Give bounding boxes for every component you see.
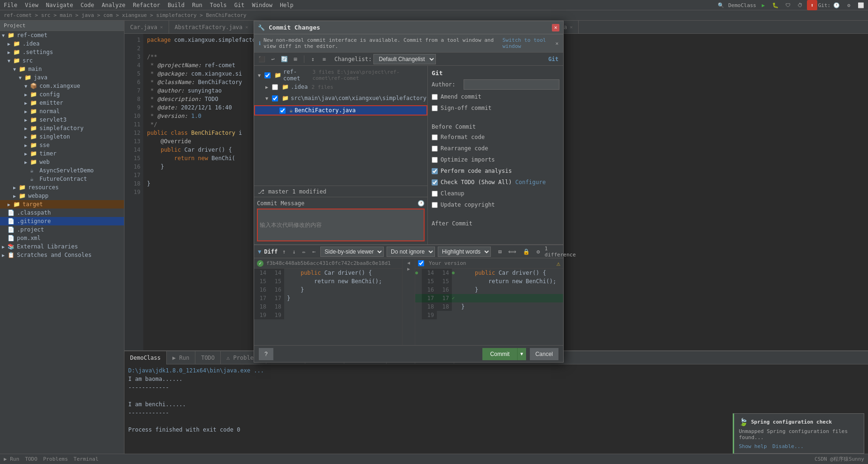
refresh-btn[interactable]: 🔄 (279, 54, 289, 64)
group-btn[interactable]: ⊞ (291, 54, 300, 64)
terminal-tab-run[interactable]: ▶ Run (167, 351, 195, 364)
check-todo-label[interactable]: Check TODO (Show All) Configure (441, 179, 546, 186)
maximize-btn[interactable]: ⬜ (856, 0, 866, 10)
sidebar-item-settings[interactable]: ▶ 📁 .settings (0, 48, 124, 56)
perform-checkbox[interactable] (432, 168, 438, 174)
menu-file[interactable]: File (4, 2, 17, 8)
reformat-checkbox[interactable] (432, 134, 438, 140)
optimize-label[interactable]: Optimize imports (441, 156, 495, 163)
close-tab-icon[interactable]: ✕ (160, 24, 163, 30)
profile-btn[interactable]: ⏱ (795, 0, 805, 10)
diff-lock-btn[interactable]: 🔒 (521, 247, 532, 256)
dialog-close-btn[interactable]: ✕ (552, 24, 559, 31)
sidebar-item-java[interactable]: ▼ 📁 java (0, 73, 124, 82)
perform-label[interactable]: Perform code analysis (441, 168, 512, 174)
diff-right-check[interactable] (418, 260, 424, 266)
menu-view[interactable]: View (25, 2, 39, 8)
coverage-btn[interactable]: 🛡 (783, 0, 793, 10)
status-terminal[interactable]: Terminal (74, 456, 99, 462)
sidebar-item-scratches[interactable]: ▶ 📋 Scratches and Consoles (0, 251, 124, 259)
sidebar-item-emitter[interactable]: ▶ 📁 emitter (0, 99, 124, 107)
commit-message-input[interactable]: 输入本次代码修改的内容 (257, 209, 425, 241)
sidebar-item-pomxml[interactable]: 📄 pom.xml (0, 234, 124, 242)
run-btn[interactable]: ▶ (758, 0, 768, 10)
menu-refactor[interactable]: Refactor (133, 2, 160, 8)
commit-button[interactable]: Commit (482, 348, 517, 360)
search-icon[interactable]: 🔍 (716, 0, 726, 10)
close-tab-icon[interactable]: ✕ (570, 24, 573, 30)
debug-btn[interactable]: 🐛 (770, 0, 781, 10)
diff-columns-btn[interactable]: ⊞ (496, 247, 504, 256)
cleanup-checkbox[interactable] (432, 191, 438, 197)
show-help-link[interactable]: Show help (739, 443, 767, 449)
menu-analyze[interactable]: Analyze (102, 2, 126, 8)
sidebar-item-main[interactable]: ▼ 📁 main (0, 65, 124, 73)
menu-build[interactable]: Build (168, 2, 185, 8)
configure-link[interactable]: Configure (515, 179, 546, 186)
sidebar-item-timer[interactable]: ▶ 📁 timer (0, 149, 124, 158)
terminal-tab-democlass[interactable]: DemoClass (124, 351, 167, 364)
copyright-checkbox[interactable] (432, 202, 438, 208)
settings-btn[interactable]: ⚙ (844, 0, 854, 10)
file-check-idea[interactable] (272, 84, 278, 90)
sidebar-item-normal[interactable]: ▶ 📁 normal (0, 107, 124, 116)
undo-btn[interactable]: ↩ (268, 54, 278, 64)
rearrange-label[interactable]: Rearrange code (441, 145, 488, 152)
sidebar-item-gitignore[interactable]: 📄 .gitignore (0, 217, 124, 225)
sidebar-item-servlet3[interactable]: ▶ 📁 servlet3 (0, 116, 124, 124)
history-btn[interactable]: 🕐 (831, 0, 842, 10)
menu-help[interactable]: Help (280, 2, 294, 8)
optimize-checkbox[interactable] (432, 157, 438, 163)
reformat-label[interactable]: Reformat code (441, 134, 485, 140)
tab-abstractfactory[interactable]: AbstractFactory.java ✕ (169, 21, 255, 34)
disable-link[interactable]: Disable... (773, 443, 804, 449)
sidebar-item-resources[interactable]: ▶ 📁 resources (0, 183, 124, 192)
sidebar-item-singleton[interactable]: ▶ 📁 singleton (0, 132, 124, 141)
menu-tools[interactable]: Tools (210, 2, 227, 8)
signoff-label[interactable]: Sign-off commit (441, 105, 491, 111)
changelist-select[interactable]: Default Changelist (373, 54, 436, 64)
diff-edit-btn[interactable]: ✏ (301, 247, 308, 256)
cancel-button[interactable]: Cancel (530, 348, 558, 360)
sidebar-item-web[interactable]: ▶ 📁 web (0, 158, 124, 166)
sidebar-item-src[interactable]: ▼ 📁 src (0, 56, 124, 65)
diff-settings-btn[interactable]: ⚙ (535, 247, 542, 256)
diff-up-btn[interactable]: ↑ (280, 247, 287, 256)
close-banner-icon[interactable]: ✕ (555, 40, 558, 46)
cleanup-label[interactable]: Cleanup (441, 190, 465, 197)
file-tree-item-refcomet[interactable]: ▼ 📁 ref-comet 3 files E:\java\project\re… (254, 68, 427, 83)
sidebar-item-asyncservletdemo[interactable]: ☕ AsyncServletDemo (0, 166, 124, 175)
sidebar-item-idea[interactable]: ▶ 📁 .idea (0, 39, 124, 48)
sort-btn[interactable]: ↕ (308, 54, 318, 64)
menu-window[interactable]: Window (252, 2, 272, 8)
file-tree-item-srcpath[interactable]: ▼ 📁 src\main\java\com\xiangxue\simplefac… (254, 91, 427, 105)
sidebar-item-external-libs[interactable]: ▶ 📚 External Libraries (0, 242, 124, 251)
filter-btn[interactable]: ≡ (319, 54, 329, 64)
status-run[interactable]: ▶ Run (4, 456, 19, 462)
amend-label[interactable]: Amend commit (441, 93, 481, 100)
clock-icon[interactable]: 🕐 (418, 200, 425, 207)
terminal-tab-todo[interactable]: TODO (195, 351, 221, 364)
file-check-srcpath[interactable] (272, 95, 278, 101)
switch-to-tool-window-link[interactable]: Switch to tool window (503, 37, 553, 49)
menu-git[interactable]: Git (234, 2, 245, 8)
close-tab-icon[interactable]: ✕ (245, 24, 248, 30)
status-problems[interactable]: Problems (43, 456, 68, 462)
sidebar-item-classpath[interactable]: 📄 .classpath (0, 209, 124, 217)
sidebar-item-comxiangxue[interactable]: ▼ 📦 com.xiangxue (0, 82, 124, 90)
status-todo[interactable]: TODO (25, 456, 38, 462)
sidebar-item-refcomet[interactable]: ▼ 📁 ref-comet (0, 31, 124, 39)
sidebar-item-sse[interactable]: ▶ 📁 sse (0, 141, 124, 149)
sidebar-item-target[interactable]: ▶ 📁 target (0, 200, 124, 209)
git-push-btn[interactable]: ⬆ (807, 0, 817, 10)
sidebar-item-project[interactable]: 📄 .project (0, 225, 124, 234)
amend-checkbox[interactable] (432, 94, 438, 100)
commit-dropdown-btn[interactable]: ▼ (517, 348, 526, 360)
diff-sync-btn[interactable]: ⟺ (506, 247, 518, 256)
author-input[interactable] (464, 79, 559, 90)
file-tree-item-idea[interactable]: ▶ 📁 .idea 2 files (254, 83, 427, 91)
help-btn[interactable]: ? (259, 348, 273, 360)
diff-down-btn[interactable]: ↓ (290, 247, 297, 256)
signoff-checkbox[interactable] (432, 105, 438, 111)
file-tree-item-benchifactory[interactable]: ☕ BenChiFactory.java (254, 105, 427, 116)
